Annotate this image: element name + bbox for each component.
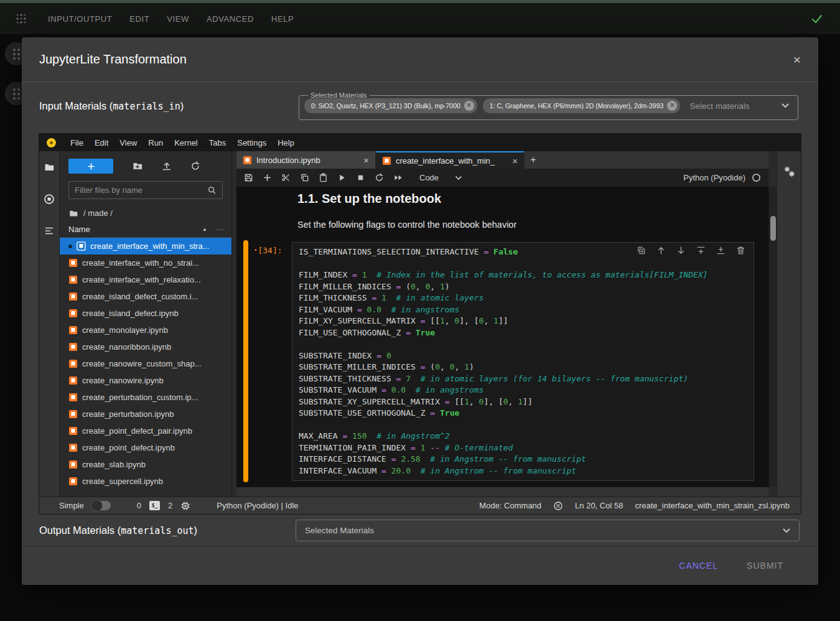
tab-close-icon[interactable]: × bbox=[363, 156, 369, 165]
notebook-file-icon bbox=[68, 275, 78, 284]
duplicate-cell-icon[interactable] bbox=[637, 246, 646, 255]
notification-icon[interactable] bbox=[553, 501, 563, 511]
save-icon[interactable] bbox=[244, 173, 253, 182]
jlab-menu-item-tabs[interactable]: Tabs bbox=[203, 138, 231, 147]
running-sessions-icon[interactable] bbox=[44, 194, 55, 205]
notebook-file-icon bbox=[68, 359, 78, 368]
material-chip[interactable]: 0: SiO2, Quartz, HEX (P3_121) 3D (Bulk),… bbox=[304, 98, 477, 113]
new-launcher-button[interactable] bbox=[68, 159, 113, 174]
move-cell-down-icon[interactable] bbox=[676, 246, 686, 255]
jupyterlab-menubar: FileEditViewRunKernelTabsSettingsHelp bbox=[39, 134, 801, 151]
insert-cell-below-icon[interactable] bbox=[716, 246, 726, 255]
table-of-contents-icon[interactable] bbox=[44, 226, 55, 236]
notebook-content[interactable]: 1.1. Set up the notebook Set the followi… bbox=[236, 187, 768, 487]
file-list-item[interactable]: create_point_defect.ipynb bbox=[60, 439, 231, 456]
file-list-item[interactable]: create_monolayer.ipynb bbox=[60, 322, 231, 339]
jlab-menu-item-view[interactable]: View bbox=[114, 138, 142, 147]
restart-run-all-icon[interactable] bbox=[393, 173, 404, 182]
kernel-chip-icon bbox=[180, 501, 190, 511]
cell-type-dropdown[interactable]: Code bbox=[419, 173, 462, 182]
breadcrumb[interactable]: / made / bbox=[60, 205, 231, 222]
code-line: INTERFACE_DISTANCE = 2.58 # in Angstrom … bbox=[299, 454, 754, 465]
scrollbar-thumb[interactable] bbox=[770, 216, 776, 241]
upload-icon[interactable] bbox=[162, 161, 172, 171]
file-list-item[interactable]: create_island_defect_custom.i... bbox=[60, 288, 231, 305]
file-list-item[interactable]: create_perturbation_custom.ip... bbox=[60, 389, 231, 406]
app-menu-item-input-output[interactable]: INPUT/OUTPUT bbox=[47, 11, 113, 27]
filter-files-input[interactable]: Filter files by name bbox=[68, 181, 223, 199]
file-list-item[interactable]: create_island_defect.ipynb bbox=[60, 305, 231, 322]
property-inspector-icon[interactable] bbox=[783, 165, 796, 179]
jlab-menu-item-run[interactable]: Run bbox=[142, 138, 169, 147]
file-list-item[interactable]: create_interface_with_relaxatio... bbox=[60, 271, 231, 288]
jlab-menu-item-help[interactable]: Help bbox=[272, 138, 300, 147]
document-tab-active[interactable]: create_interface_with_min_× bbox=[376, 151, 525, 169]
jlab-menu-item-file[interactable]: File bbox=[65, 138, 89, 147]
file-name: create_point_defect.ipynb bbox=[82, 443, 175, 452]
refresh-icon[interactable] bbox=[190, 161, 200, 171]
new-folder-icon[interactable] bbox=[132, 161, 143, 171]
cancel-button[interactable]: CANCEL bbox=[679, 561, 718, 571]
restart-kernel-icon[interactable] bbox=[375, 173, 384, 182]
file-list-item[interactable]: create_supercell.ipynb bbox=[60, 473, 231, 490]
notebook-scrollbar[interactable] bbox=[768, 187, 777, 487]
code-editor[interactable]: IS_TERMINATIONS_SELECTION_INTERACTIVE = … bbox=[292, 242, 754, 481]
output-materials-select[interactable]: Selected Materials bbox=[296, 520, 800, 541]
file-list-item[interactable]: create_nanowire.ipynb bbox=[60, 372, 231, 389]
simple-mode-toggle[interactable] bbox=[92, 501, 111, 510]
file-name: create_point_defect_pair.ipynb bbox=[82, 426, 192, 436]
insert-cell-above-icon[interactable] bbox=[696, 246, 706, 255]
notebook-file-icon bbox=[68, 258, 78, 268]
file-list-item[interactable]: create_slab.ipynb bbox=[60, 456, 231, 473]
stop-icon[interactable] bbox=[356, 173, 365, 182]
material-chip-label: 0: SiO2, Quartz, HEX (P3_121) 3D (Bulk),… bbox=[311, 102, 460, 110]
close-icon[interactable]: × bbox=[793, 53, 801, 66]
file-browser-icon[interactable] bbox=[44, 162, 55, 172]
notebook-file-icon bbox=[68, 309, 78, 318]
file-list-item[interactable]: create_nanoribbon.ipynb bbox=[60, 339, 231, 355]
document-tab[interactable]: Introduction.ipynb× bbox=[236, 151, 376, 169]
jlab-menu-item-settings[interactable]: Settings bbox=[231, 138, 272, 147]
cursor-position[interactable]: Ln 20, Col 58 bbox=[575, 501, 623, 510]
tab-label: Introduction.ipynb bbox=[256, 156, 320, 165]
insert-cell-icon[interactable] bbox=[263, 173, 272, 182]
active-cell-indicator[interactable] bbox=[243, 240, 248, 482]
tab-close-icon[interactable]: × bbox=[512, 156, 518, 166]
file-list-item[interactable]: create_point_defect_pair.ipynb bbox=[60, 423, 231, 439]
app-logo-icon[interactable] bbox=[14, 11, 29, 26]
chip-remove-icon[interactable]: × bbox=[464, 101, 474, 111]
file-list-item[interactable]: create_nanowire_custom_shap... bbox=[60, 355, 231, 372]
new-tab-button[interactable]: + bbox=[525, 151, 542, 169]
paste-icon[interactable] bbox=[319, 173, 328, 182]
run-icon[interactable] bbox=[337, 173, 347, 182]
cut-icon[interactable] bbox=[281, 173, 291, 182]
copy-icon[interactable] bbox=[300, 173, 309, 182]
column-more-icon[interactable]: ⋯ bbox=[216, 225, 224, 234]
app-menu-item-advanced[interactable]: ADVANCED bbox=[205, 11, 255, 27]
delete-cell-icon[interactable] bbox=[736, 246, 745, 255]
submit-button[interactable]: SUBMIT bbox=[747, 561, 783, 571]
selected-materials-field[interactable]: Selected Materials 0: SiO2, Quartz, HEX … bbox=[299, 91, 798, 120]
mode-indicator[interactable]: Mode: Command bbox=[479, 501, 541, 510]
file-list-item[interactable]: create_perturbation.ipynb bbox=[60, 406, 231, 423]
file-list-item[interactable]: create_interface_with_no_strai... bbox=[60, 254, 231, 271]
jlab-menu-item-kernel[interactable]: Kernel bbox=[169, 138, 203, 147]
app-menu-item-view[interactable]: VIEW bbox=[166, 11, 190, 27]
file-list-header[interactable]: Name ▲ ⋯ bbox=[60, 222, 231, 238]
dialog-footer: CANCEL SUBMIT bbox=[22, 546, 818, 585]
output-select-placeholder: Selected Materials bbox=[305, 526, 374, 535]
dropdown-caret-icon[interactable] bbox=[782, 103, 789, 108]
move-cell-up-icon[interactable] bbox=[656, 246, 666, 255]
app-menu-item-help[interactable]: HELP bbox=[270, 11, 295, 27]
terminals-count[interactable]: 0 bbox=[137, 501, 141, 510]
jlab-menu-item-edit[interactable]: Edit bbox=[89, 138, 114, 147]
markdown-heading: 1.1. Set up the notebook bbox=[297, 192, 768, 206]
chip-remove-icon[interactable]: × bbox=[667, 101, 677, 111]
file-list-item[interactable]: create_interface_with_min_stra... bbox=[60, 238, 231, 254]
kernel-indicator[interactable]: Python (Pyodide) bbox=[683, 173, 761, 182]
material-chip[interactable]: 1: C, Graphene, HEX (P6/mmm) 2D (Monolay… bbox=[483, 98, 681, 113]
open-file-dot bbox=[68, 245, 72, 248]
app-menu-item-edit[interactable]: EDIT bbox=[128, 11, 151, 27]
kernel-status-text[interactable]: Python (Pyodide) | Idle bbox=[217, 501, 298, 510]
kernels-count[interactable]: 2 bbox=[168, 501, 172, 510]
